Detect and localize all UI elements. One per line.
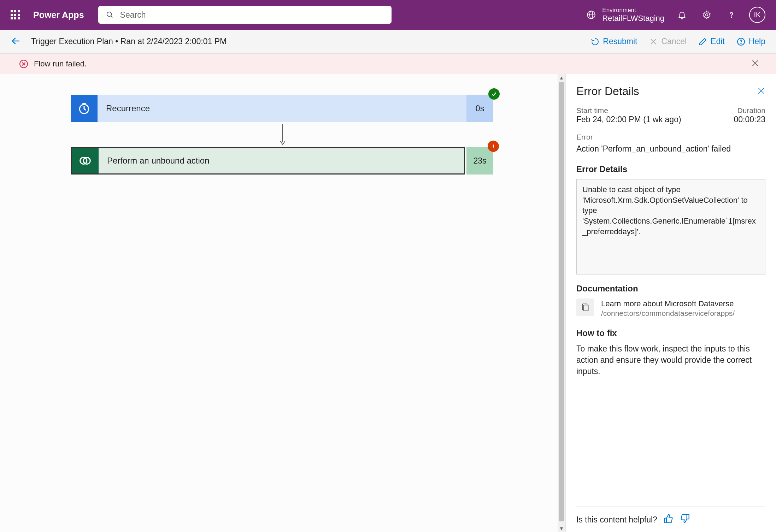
feedback-bar: Is this content helpful? bbox=[576, 506, 765, 526]
status-fail-icon bbox=[488, 141, 499, 152]
bell-icon bbox=[677, 10, 687, 19]
panel-close-button[interactable] bbox=[757, 87, 765, 96]
app-launcher-icon[interactable] bbox=[11, 10, 20, 19]
environment-label: Environment bbox=[602, 7, 664, 14]
svg-point-11 bbox=[741, 43, 741, 43]
globe-icon bbox=[587, 10, 596, 19]
feedback-text: Is this content helpful? bbox=[576, 515, 657, 525]
refresh-icon bbox=[591, 37, 599, 46]
step-recurrence[interactable]: Recurrence 0s bbox=[71, 95, 493, 122]
flow-canvas[interactable]: Recurrence 0s Perform an unbound action bbox=[0, 74, 565, 532]
close-icon bbox=[751, 59, 760, 68]
question-icon bbox=[727, 10, 736, 19]
question-circle-icon bbox=[737, 37, 745, 46]
close-icon bbox=[757, 87, 765, 95]
settings-button[interactable] bbox=[700, 8, 714, 22]
howto-heading: How to fix bbox=[576, 328, 765, 338]
search-icon bbox=[106, 11, 114, 19]
status-success-icon bbox=[488, 88, 500, 100]
cancel-button: Cancel bbox=[649, 37, 687, 46]
pencil-icon bbox=[699, 37, 707, 46]
svg-line-1 bbox=[111, 16, 112, 18]
edit-button[interactable]: Edit bbox=[699, 37, 725, 46]
documentation-heading: Documentation bbox=[576, 284, 765, 294]
help-button[interactable] bbox=[724, 8, 739, 22]
error-label: Error bbox=[576, 133, 765, 141]
help-label: Help bbox=[749, 37, 765, 46]
svg-point-0 bbox=[107, 12, 111, 17]
start-time-value: Feb 24, 02:00 PM (1 wk ago) bbox=[576, 115, 681, 124]
svg-point-5 bbox=[706, 14, 708, 16]
duration-value: 00:00:23 bbox=[734, 115, 765, 124]
canvas-scrollbar[interactable]: ▲ ▼ bbox=[558, 74, 565, 532]
step-recurrence-duration: 0s bbox=[466, 95, 493, 122]
thumbs-down-button[interactable] bbox=[680, 514, 690, 526]
environment-picker[interactable]: Environment RetailFLWStaging bbox=[587, 7, 664, 23]
scroll-up-icon[interactable]: ▲ bbox=[559, 75, 564, 81]
page-title: Trigger Execution Plan • Ran at 2/24/202… bbox=[31, 37, 227, 46]
arrow-left-icon bbox=[11, 36, 21, 46]
start-time-label: Start time bbox=[576, 106, 681, 115]
error-details-textarea[interactable] bbox=[576, 179, 765, 274]
step-unbound-action[interactable]: Perform an unbound action bbox=[71, 147, 465, 175]
thumbs-up-button[interactable] bbox=[664, 514, 674, 526]
panel-title: Error Details bbox=[576, 85, 639, 98]
svg-rect-30 bbox=[687, 514, 689, 519]
flow-connector bbox=[71, 122, 494, 147]
thumbs-down-icon bbox=[680, 514, 690, 524]
svg-rect-28 bbox=[584, 305, 588, 311]
error-circle-icon bbox=[19, 59, 28, 69]
step-unbound-action-label: Perform an unbound action bbox=[99, 148, 464, 173]
error-details-panel: Error Details Start time Feb 24, 02:00 P… bbox=[565, 74, 776, 532]
document-icon bbox=[576, 298, 594, 316]
avatar[interactable]: IK bbox=[749, 7, 765, 23]
search-input[interactable] bbox=[120, 10, 384, 20]
gear-icon bbox=[702, 10, 711, 19]
svg-line-19 bbox=[84, 109, 86, 110]
error-banner: Flow run failed. bbox=[0, 54, 776, 74]
edit-label: Edit bbox=[711, 37, 725, 46]
back-button[interactable] bbox=[11, 36, 21, 48]
banner-message: Flow run failed. bbox=[34, 59, 87, 69]
command-bar: Trigger Execution Plan • Ran at 2/24/202… bbox=[0, 30, 776, 54]
svg-rect-23 bbox=[493, 144, 494, 147]
documentation-link-text: Learn more about Microsoft Dataverse bbox=[601, 298, 735, 309]
resubmit-label: Resubmit bbox=[603, 37, 637, 46]
documentation-path: /connectors/commondataserviceforapps/ bbox=[601, 309, 735, 318]
thumbs-up-icon bbox=[664, 514, 674, 524]
cancel-label: Cancel bbox=[661, 37, 687, 46]
svg-rect-29 bbox=[664, 518, 666, 523]
search-box[interactable] bbox=[98, 6, 392, 24]
error-details-heading: Error Details bbox=[576, 164, 765, 174]
notifications-button[interactable] bbox=[675, 8, 689, 22]
app-header: Power Apps Environment RetailFLWStaging … bbox=[0, 0, 776, 30]
svg-point-24 bbox=[493, 147, 494, 148]
help-action[interactable]: Help bbox=[737, 37, 765, 46]
recurrence-icon bbox=[71, 95, 98, 122]
banner-close-button[interactable] bbox=[751, 59, 765, 69]
step-recurrence-label: Recurrence bbox=[98, 95, 466, 122]
error-value: Action 'Perform_an_unbound_action' faile… bbox=[576, 143, 765, 154]
resubmit-button[interactable]: Resubmit bbox=[591, 37, 637, 46]
duration-label: Duration bbox=[734, 106, 765, 115]
scrollbar-thumb[interactable] bbox=[559, 82, 564, 521]
close-icon bbox=[649, 37, 658, 46]
documentation-link[interactable]: Learn more about Microsoft Dataverse /co… bbox=[576, 298, 765, 318]
scroll-down-icon[interactable]: ▼ bbox=[559, 526, 564, 531]
app-name: Power Apps bbox=[33, 10, 84, 20]
howto-text: To make this flow work, inspect the inpu… bbox=[576, 343, 765, 377]
environment-name: RetailFLWStaging bbox=[602, 14, 664, 23]
dataverse-icon bbox=[72, 148, 99, 173]
step-unbound-action-duration: 23s bbox=[466, 147, 493, 175]
svg-point-6 bbox=[731, 17, 732, 18]
